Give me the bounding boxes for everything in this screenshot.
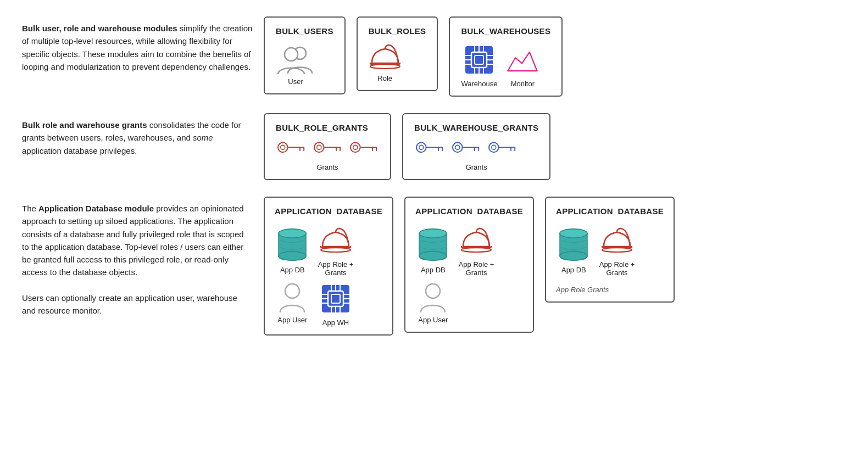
app-user-icon-2 [419, 282, 447, 312]
app-role-helmet-icon-3 [600, 227, 633, 257]
svg-point-23 [314, 143, 324, 153]
bulk-roles-title: BULK_ROLES [369, 26, 426, 36]
bulk-users-icons: User [276, 43, 315, 86]
app-db-1-user-icon: App User [275, 282, 310, 327]
bulk-roles-box: BULK_ROLES Role [357, 16, 438, 91]
svg-point-38 [453, 143, 463, 153]
app-role-helmet-icon-2 [460, 227, 493, 257]
red-key-icon-1 [276, 140, 307, 157]
svg-point-24 [317, 145, 321, 149]
app-db-boxes-row: APPLICATION_DATABASE [264, 197, 846, 336]
app-db-2-role-label: App Role +Grants [459, 260, 494, 277]
bulk-roles-icons: Role [369, 43, 402, 82]
bulk-users-title: BULK_USERS [276, 26, 333, 36]
app-db-3-title: APPLICATION_DATABASE [556, 206, 664, 216]
monitor-mountain-icon [506, 46, 539, 76]
bulk-modules-description: Bulk user, role and warehouse modules si… [22, 16, 253, 97]
role-label: Role [377, 74, 392, 82]
database-cylinder-icon-3 [557, 227, 590, 262]
bulk-users-box: BULK_USERS User [264, 16, 346, 94]
app-db-1-title: APPLICATION_DATABASE [275, 206, 382, 216]
svg-point-29 [353, 145, 358, 149]
app-db-3-db-label: App DB [561, 266, 586, 274]
app-db-2-icons: App DB App Role +Grants [415, 227, 494, 324]
svg-point-39 [455, 145, 460, 149]
svg-point-1 [285, 48, 298, 61]
svg-point-19 [281, 145, 285, 149]
monitor-label: Monitor [511, 80, 535, 88]
app-role-helmet-icon-1 [319, 227, 352, 257]
bulk-role-grants-title: BULK_ROLE_GRANTS [276, 123, 368, 132]
monitor-icon-item: Monitor [506, 46, 539, 88]
bulk-warehouses-title: BULK_WAREHOUSES [461, 26, 550, 36]
users-icon [276, 43, 315, 74]
app-db-3-db-icon: App DB [556, 227, 592, 277]
role-grants-keys [276, 140, 379, 157]
bulk-grants-row: BULK_ROLE_GRANTS [264, 113, 846, 180]
blue-key-icon-3 [487, 140, 518, 157]
svg-point-75 [560, 229, 587, 238]
app-db-2-title: APPLICATION_DATABASE [415, 206, 523, 216]
app-db-2-user-icon: App User [415, 282, 451, 324]
bulk-warehouses-icons: Warehouse Monitor [461, 43, 539, 88]
svg-point-52 [285, 284, 299, 298]
app-db-1-role-label: App Role +Grants [318, 260, 354, 277]
app-db-1-role-icon: App Role +Grants [318, 227, 354, 277]
database-cylinder-icon-1 [276, 227, 309, 262]
svg-point-74 [560, 252, 587, 260]
users-label: User [288, 77, 303, 86]
warehouse-label: Warehouse [461, 80, 497, 88]
svg-point-33 [416, 143, 426, 153]
warehouse-grants-keys [414, 140, 518, 157]
svg-point-43 [489, 143, 499, 153]
app-db-2-role-icon: App Role +Grants [459, 227, 494, 277]
app-db-1-user-label: App User [277, 316, 307, 324]
svg-point-70 [419, 229, 447, 238]
bulk-grants-description: Bulk role and warehouse grants consolida… [22, 113, 253, 180]
red-key-icon-3 [348, 140, 379, 157]
app-db-box-3: APPLICATION_DATABASE App DB [545, 197, 675, 303]
warehouse-chip-icon [463, 43, 496, 76]
app-user-icon-1 [279, 282, 306, 312]
app-role-grants-note: App Role Grants [556, 286, 609, 294]
app-database-description: The Application Database module provides… [22, 197, 253, 336]
bulk-role-grants-box: BULK_ROLE_GRANTS [264, 113, 391, 180]
users-icon-item: User [276, 43, 315, 86]
warehouse-icon-item: Warehouse [461, 43, 497, 88]
svg-point-72 [426, 284, 440, 298]
role-grants-label: Grants [276, 163, 379, 171]
role-helmet-icon [369, 43, 402, 71]
app-db-2-db-label: App DB [421, 266, 446, 274]
app-db-3-role-label: App Role +Grants [599, 260, 635, 277]
app-db-box-2: APPLICATION_DATABASE App DB [404, 197, 534, 333]
svg-point-69 [419, 252, 447, 260]
app-db-2-db-icon: App DB [415, 227, 451, 277]
blue-key-icon-2 [450, 140, 481, 157]
red-key-icon-2 [312, 140, 343, 157]
svg-point-50 [279, 229, 306, 238]
svg-point-18 [278, 143, 288, 153]
svg-point-49 [279, 252, 306, 260]
app-db-2-user-label: App User [418, 316, 448, 324]
app-db-box-1: APPLICATION_DATABASE [264, 197, 393, 336]
app-db-1-icons: App DB App Role +Grants [275, 227, 353, 327]
blue-key-icon-1 [414, 140, 445, 157]
database-cylinder-icon-2 [416, 227, 449, 262]
app-db-3-role-icon: App Role +Grants [599, 227, 635, 277]
svg-point-44 [492, 145, 496, 149]
bulk-warehouse-grants-title: BULK_WAREHOUSE_GRANTS [414, 123, 538, 132]
svg-point-28 [350, 143, 360, 153]
main-layout: Bulk user, role and warehouse modules si… [22, 16, 846, 336]
app-db-3-icons: App DB App Role +Grants [556, 227, 635, 277]
app-db-1-db-label: App DB [280, 266, 305, 274]
app-db-1-wh-icon: App WH [318, 282, 354, 327]
bulk-warehouse-grants-box: BULK_WAREHOUSE_GRANTS [402, 113, 550, 180]
bulk-modules-row: BULK_USERS User [264, 16, 846, 97]
bulk-warehouses-box: BULK_WAREHOUSES [449, 16, 563, 97]
warehouse-grants-label: Grants [414, 163, 538, 171]
role-icon-item: Role [369, 43, 402, 82]
app-warehouse-icon-1 [319, 282, 352, 315]
svg-point-34 [419, 145, 424, 149]
app-db-1-wh-label: App WH [322, 318, 349, 327]
app-db-1-db-icon: App DB [275, 227, 310, 277]
